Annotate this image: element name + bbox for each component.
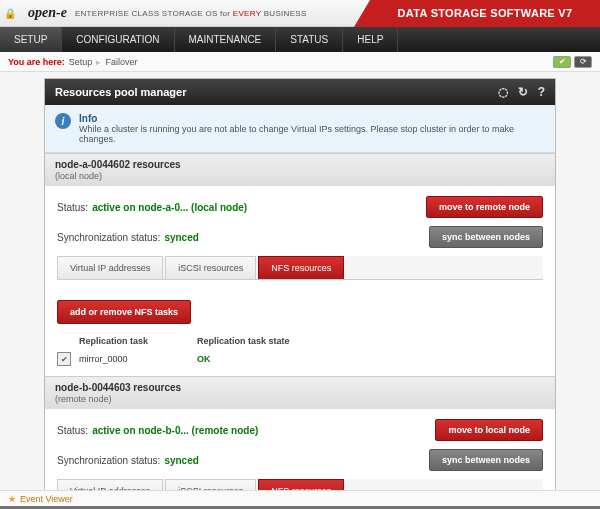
info-icon: i [55,113,71,129]
refresh-icon[interactable]: ↻ [518,85,528,99]
crumb-prefix: You are here: [8,57,65,67]
product-banner: DATA STORAGE SOFTWARE V7 [370,0,600,27]
node-a-header: node-a-0044602 resources (local node) [45,154,555,186]
node-a-tabs: Virtual IP addresses iSCSI resources NFS… [57,256,543,280]
col-replication-state: Replication task state [197,336,290,346]
crumb-setup[interactable]: Setup [69,57,93,67]
add-remove-nfs-a-button[interactable]: add or remove NFS tasks [57,300,191,324]
node-b-title: node-b-0044603 resources [55,382,181,393]
brand-logo: open-e [20,5,75,21]
node-a-title: node-a-0044602 resources [55,159,181,170]
tagline-pre: ENTERPRISE CLASS STORAGE OS for [75,9,233,18]
status-ok-icon[interactable]: ✔ [553,56,571,68]
tagline-em: EVERY [233,9,261,18]
status-sync-icon[interactable]: ⟳ [574,56,592,68]
node-b-header: node-b-0044603 resources (remote node) [45,377,555,409]
menu-setup[interactable]: SETUP [0,27,62,52]
loading-icon[interactable]: ◌ [498,85,508,99]
node-b-sub: (remote node) [55,394,112,404]
tab-nfs-a[interactable]: NFS resources [258,256,344,279]
panel-header: Resources pool manager ◌ ↻ ? [45,79,555,105]
tab-iscsi-a[interactable]: iSCSI resources [165,256,256,279]
node-a-status-value: active on node-a-0... (local node) [92,202,247,213]
menu-maintenance[interactable]: MAINTENANCE [175,27,277,52]
node-b-sync-label: Synchronization status: [57,455,160,466]
top-bar: 🔒 open-e ENTERPRISE CLASS STORAGE OS for… [0,0,600,27]
menu-configuration[interactable]: CONFIGURATION [62,27,174,52]
info-title: Info [79,113,97,124]
breadcrumb: You are here: Setup ▸ Failover ✔ ⟳ [0,52,600,72]
tab-virtual-ip-a[interactable]: Virtual IP addresses [57,256,163,279]
menu-status[interactable]: STATUS [276,27,343,52]
node-b-status-label: Status: [57,425,88,436]
table-row: ✔ mirror_0000 OK [57,352,543,366]
move-to-local-button[interactable]: move to local node [435,419,543,441]
main-menu: SETUP CONFIGURATION MAINTENANCE STATUS H… [0,27,600,52]
main-content: Resources pool manager ◌ ↻ ? i Info Whil… [0,72,600,490]
task-name: mirror_0000 [79,354,197,364]
node-a-status-label: Status: [57,202,88,213]
help-icon[interactable]: ? [538,85,545,99]
status-indicators: ✔ ⟳ [553,56,592,68]
info-banner: i Info While a cluster is running you ar… [45,105,555,153]
node-a-sync-label: Synchronization status: [57,232,160,243]
node-b-section: node-b-0044603 resources (remote node) S… [45,376,555,490]
info-text: While a cluster is running you are not a… [79,124,514,144]
sync-nodes-b-button[interactable]: sync between nodes [429,449,543,471]
task-state: OK [197,354,211,364]
move-to-remote-button[interactable]: move to remote node [426,196,543,218]
lock-icon: 🔒 [0,8,20,19]
node-b-sync-value: synced [164,455,198,466]
node-a-section: node-a-0044602 resources (local node) St… [45,153,555,376]
col-replication-task: Replication task [57,336,197,346]
node-b-status-value: active on node-b-0... (remote node) [92,425,258,436]
crumb-failover[interactable]: Failover [105,57,137,67]
node-b-tabs: Virtual IP addresses iSCSI resources NFS… [57,479,543,490]
event-viewer-label: Event Viewer [20,494,73,504]
sync-nodes-a-button[interactable]: sync between nodes [429,226,543,248]
tagline: ENTERPRISE CLASS STORAGE OS for EVERY BU… [75,9,307,18]
resources-pool-panel: Resources pool manager ◌ ↻ ? i Info Whil… [44,78,556,490]
event-viewer-bar[interactable]: ★ Event Viewer [0,490,600,506]
panel-title: Resources pool manager [55,86,186,98]
tab-nfs-b[interactable]: NFS resources [258,479,344,490]
node-a-sync-value: synced [164,232,198,243]
menu-help[interactable]: HELP [343,27,398,52]
node-a-sub: (local node) [55,171,102,181]
tagline-post: BUSINESS [261,9,306,18]
tab-iscsi-b[interactable]: iSCSI resources [165,479,256,490]
tab-virtual-ip-b[interactable]: Virtual IP addresses [57,479,163,490]
star-icon: ★ [8,494,16,504]
task-checkbox[interactable]: ✔ [57,352,71,366]
chevron-right-icon: ▸ [96,57,101,67]
